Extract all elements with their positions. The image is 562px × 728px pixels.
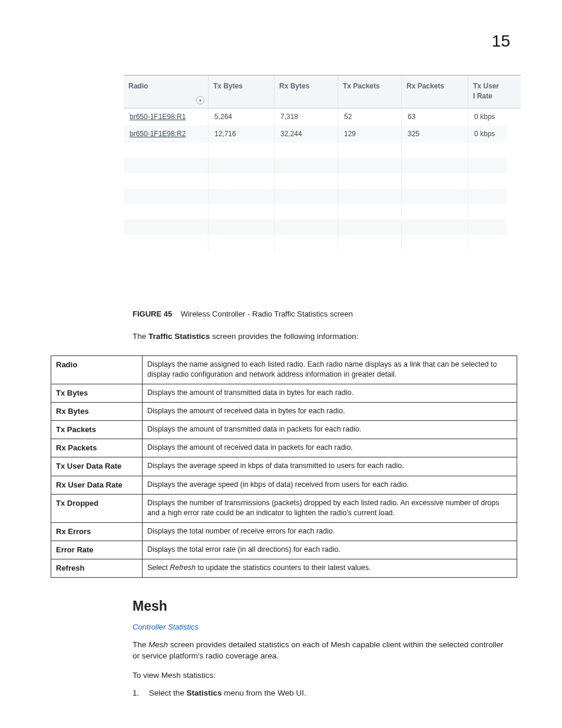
cell-empty	[275, 204, 338, 219]
cell-empty	[275, 158, 338, 173]
step-pre: Select the	[149, 689, 187, 697]
table-row-empty	[124, 219, 521, 235]
mesh-paragraph: The Mesh screen provides detailed statis…	[133, 640, 510, 662]
table-row-empty	[124, 189, 521, 204]
cell-empty	[402, 189, 468, 204]
radio-traffic-table: Radio ▲ Tx Bytes Rx Bytes Tx Packets Rx …	[124, 75, 521, 249]
cell-radio: br650-1F1E98:R2	[124, 126, 209, 143]
definitions-table: RadioDisplays the name assigned to each …	[51, 355, 517, 578]
figure-label: FIGURE 45	[133, 309, 172, 318]
cell-empty	[209, 204, 275, 219]
table-row-empty	[124, 204, 521, 219]
definition-term: Rx Packets	[51, 439, 143, 457]
definition-term: Tx Packets	[51, 421, 143, 439]
mesh-para-post: screen provides detailed statistics on e…	[133, 640, 504, 660]
cell-empty	[468, 189, 507, 204]
definition-row: Tx BytesDisplays the amount of transmitt…	[51, 384, 517, 402]
cell-empty	[468, 158, 507, 173]
mesh-para-em: Mesh	[148, 640, 168, 649]
cell-tx-user-rate: 0 kbps	[468, 108, 507, 126]
cell-empty	[338, 173, 402, 189]
figure-caption: FIGURE 45 Wireless Controller - Radio Tr…	[133, 309, 521, 319]
cell-empty	[124, 158, 209, 173]
table-row-empty	[124, 173, 521, 189]
definition-desc: Displays the average speed (in kbps of d…	[143, 476, 517, 494]
table-row-empty	[124, 158, 521, 173]
mesh-subtitle-link[interactable]: Controller Statistics	[133, 622, 521, 633]
definition-desc: Select Refresh to update the statistics …	[143, 559, 517, 578]
col-header-tx-user-rate[interactable]: Tx User I Rate	[468, 75, 507, 108]
cell-empty	[209, 235, 275, 250]
definition-desc: Displays the number of transmissions (pa…	[143, 494, 517, 522]
cell-tx-user-rate: 0 kbps	[468, 126, 507, 143]
cell-empty	[338, 204, 402, 219]
cell-empty	[338, 219, 402, 235]
definition-row: Rx ErrorsDisplays the total number of re…	[51, 522, 517, 541]
definition-row: Rx PacketsDisplays the amount of receive…	[51, 439, 517, 457]
cell-empty	[209, 143, 275, 158]
cell-empty	[275, 189, 338, 204]
cell-empty	[124, 189, 209, 204]
cell-empty	[468, 235, 507, 250]
cell-empty	[468, 143, 507, 158]
cell-empty	[275, 173, 338, 189]
definition-term: Rx Errors	[51, 522, 143, 541]
col-header-rx-bytes[interactable]: Rx Bytes	[275, 75, 338, 108]
cell-empty	[209, 173, 275, 189]
intro-pre: The	[133, 332, 148, 341]
definition-row: Rx BytesDisplays the amount of received …	[51, 402, 517, 420]
mesh-heading: Mesh	[133, 597, 521, 615]
col-header-label: Radio	[128, 81, 148, 91]
col-header-tx-bytes[interactable]: Tx Bytes	[209, 75, 275, 108]
definition-term: Error Rate	[51, 541, 143, 559]
cell-empty	[468, 204, 507, 219]
cell-empty	[402, 235, 468, 250]
definition-desc: Displays the amount of received data in …	[143, 439, 517, 457]
definition-term: Rx Bytes	[51, 402, 143, 420]
col-header-radio[interactable]: Radio ▲	[124, 75, 209, 108]
cell-rx-bytes: 32,244	[275, 126, 338, 143]
sort-asc-icon[interactable]: ▲	[196, 96, 204, 104]
table-row-empty	[124, 235, 521, 250]
cell-empty	[275, 219, 338, 235]
col-header-tx-packets[interactable]: Tx Packets	[338, 75, 402, 108]
cell-empty	[468, 173, 507, 189]
definition-term: Radio	[51, 355, 143, 384]
cell-empty	[338, 235, 402, 250]
intro-bold: Traffic Statistics	[148, 332, 210, 341]
definition-desc: Displays the total number of receive err…	[143, 522, 517, 541]
cell-tx-bytes: 5,264	[209, 108, 275, 126]
cell-empty	[124, 143, 209, 158]
radio-link[interactable]: br650-1F1E98:R2	[130, 130, 186, 138]
definition-row: Rx User Data RateDisplays the average sp…	[51, 476, 517, 494]
definition-desc: Displays the total error rate (in all di…	[143, 541, 517, 559]
cell-empty	[402, 143, 468, 158]
step-number: 1.	[133, 688, 147, 699]
cell-empty	[209, 219, 275, 235]
definition-row: Error RateDisplays the total error rate …	[51, 541, 517, 559]
definition-row: RefreshSelect Refresh to update the stat…	[51, 559, 517, 578]
table-header-row: Radio ▲ Tx Bytes Rx Bytes Tx Packets Rx …	[124, 75, 521, 108]
radio-link[interactable]: br650-1F1E98:R1	[130, 113, 186, 121]
cell-empty	[468, 219, 507, 235]
figure-title: Wireless Controller - Radio Traffic Stat…	[181, 309, 353, 318]
step-post: menu from the Web UI.	[222, 689, 306, 697]
definition-desc: Displays the amount of transmitted data …	[143, 421, 517, 439]
cell-empty	[124, 173, 209, 189]
cell-empty	[124, 235, 209, 250]
intro-sentence: The Traffic Statistics screen provides t…	[133, 331, 521, 342]
cell-rx-bytes: 7,318	[275, 108, 338, 126]
table-row: br650-1F1E98:R212,71632,2441293250 kbps	[124, 126, 521, 143]
step-bold: Statistics	[187, 689, 222, 697]
cell-empty	[338, 143, 402, 158]
cell-empty	[338, 189, 402, 204]
cell-empty	[209, 189, 275, 204]
cell-empty	[124, 204, 209, 219]
definition-row: Tx DroppedDisplays the number of transmi…	[51, 494, 517, 522]
cell-empty	[275, 143, 338, 158]
definition-term: Tx Dropped	[51, 494, 143, 522]
definition-term: Rx User Data Rate	[51, 476, 143, 494]
intro-post: screen provides the following informatio…	[210, 332, 358, 341]
cell-empty	[402, 158, 468, 173]
col-header-rx-packets[interactable]: Rx Packets	[402, 75, 468, 108]
